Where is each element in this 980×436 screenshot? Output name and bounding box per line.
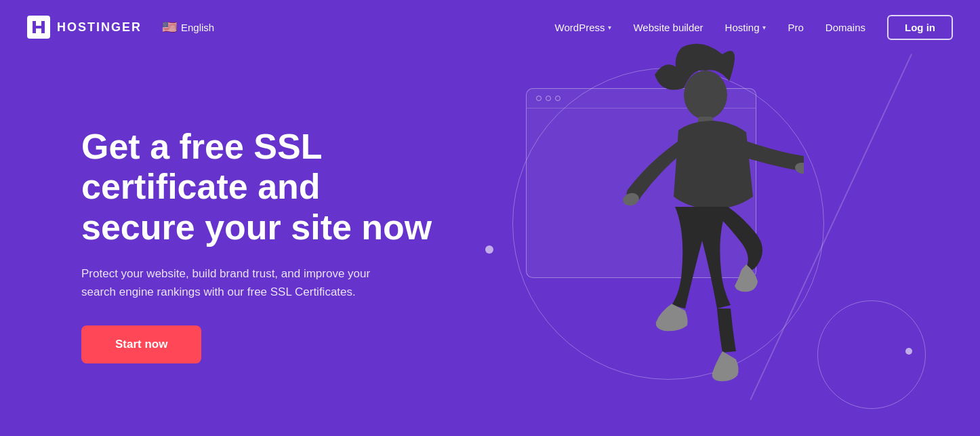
nav-item-pro[interactable]: Pro xyxy=(788,22,803,33)
hostinger-logo-icon xyxy=(27,16,50,39)
svg-point-1 xyxy=(684,71,727,119)
hero-subtitle: Protect your website, build brand trust,… xyxy=(81,264,380,301)
chevron-down-icon: ▾ xyxy=(762,24,766,31)
browser-dot-1 xyxy=(536,96,542,101)
language-selector[interactable]: 🇺🇸 English xyxy=(155,16,221,39)
page-wrapper: HOSTINGER 🇺🇸 English WordPress ▾ Website… xyxy=(0,0,980,436)
decorative-circle-small xyxy=(817,300,926,409)
hero-content: Get a free SSL certificate and secure yo… xyxy=(81,127,434,364)
decorative-dot-left xyxy=(485,245,493,254)
navbar: HOSTINGER 🇺🇸 English WordPress ▾ Website… xyxy=(0,0,980,54)
login-button[interactable]: Log in xyxy=(887,15,953,40)
hero-person-illustration xyxy=(573,41,804,434)
nav-wordpress-label: WordPress xyxy=(555,22,605,33)
browser-dot-3 xyxy=(555,96,560,101)
nav-item-hosting[interactable]: Hosting ▾ xyxy=(725,22,767,33)
chevron-down-icon: ▾ xyxy=(608,24,611,31)
hero-title: Get a free SSL certificate and secure yo… xyxy=(81,127,434,248)
nav-item-domains[interactable]: Domains xyxy=(825,22,865,33)
language-label: English xyxy=(181,22,214,33)
nav-item-wordpress[interactable]: WordPress ▾ xyxy=(555,22,612,33)
hero-visual xyxy=(472,54,980,436)
nav-pro-label: Pro xyxy=(788,22,803,33)
nav-item-website-builder[interactable]: Website builder xyxy=(633,22,703,33)
browser-dot-2 xyxy=(546,96,551,101)
hero-section: Get a free SSL certificate and secure yo… xyxy=(0,54,980,436)
nav-left: HOSTINGER 🇺🇸 English xyxy=(27,16,221,39)
nav-websitebuilder-label: Website builder xyxy=(633,22,703,33)
nav-right: WordPress ▾ Website builder Hosting ▾ Pr… xyxy=(555,15,953,40)
decorative-dot-right xyxy=(905,348,912,355)
start-now-button[interactable]: Start now xyxy=(81,325,201,363)
flag-icon: 🇺🇸 xyxy=(162,20,177,35)
nav-domains-label: Domains xyxy=(825,22,865,33)
logo-link[interactable]: HOSTINGER xyxy=(27,16,142,39)
brand-name: HOSTINGER xyxy=(57,20,142,35)
nav-hosting-label: Hosting xyxy=(725,22,760,33)
